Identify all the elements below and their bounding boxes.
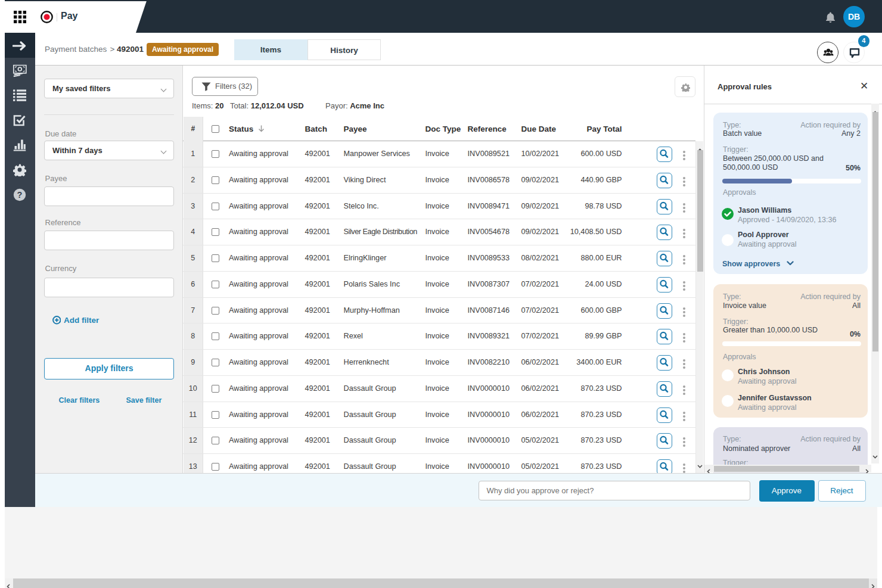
svg-text:?: ?	[17, 190, 23, 200]
